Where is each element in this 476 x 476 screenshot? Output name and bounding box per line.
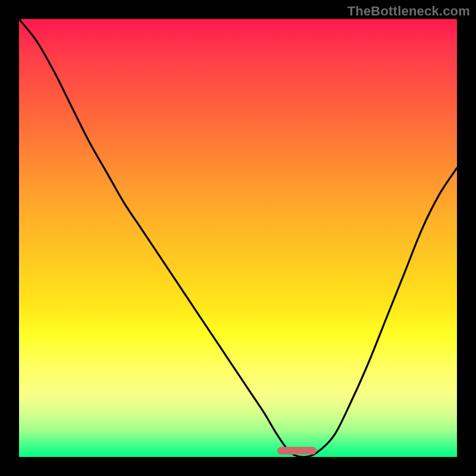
bottleneck-curve xyxy=(19,19,457,457)
watermark-text: TheBottleneck.com xyxy=(347,4,470,19)
optimal-range-marker xyxy=(277,447,317,455)
plot-area xyxy=(19,19,457,457)
chart-frame: TheBottleneck.com xyxy=(0,0,476,476)
